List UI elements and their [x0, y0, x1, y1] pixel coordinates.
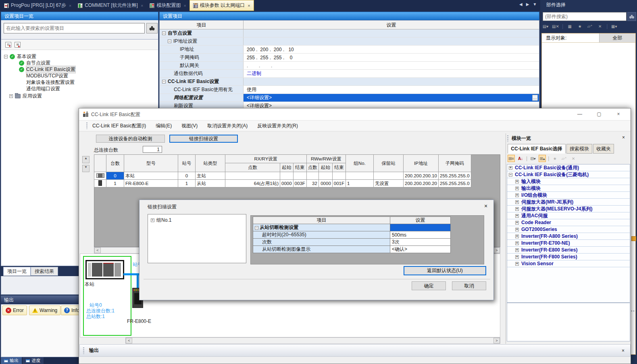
auto-detect-button[interactable]: 连接设备的自动检测 — [96, 135, 165, 143]
error-filter-button[interactable]: ✕ Error — [2, 306, 27, 315]
expand-icon[interactable]: + — [515, 180, 519, 183]
tree-item-cclink-ief-basic[interactable]: ✓ CC-Link IEF Basic设置 — [19, 66, 75, 73]
expand-icon[interactable]: + — [515, 241, 519, 245]
scroll-left-icon[interactable]: < — [126, 338, 132, 343]
tab-comment[interactable]: COMMENT [软元件注释] × — [75, 0, 146, 11]
expand-icon[interactable]: + — [515, 235, 519, 238]
close-icon[interactable]: × — [622, 348, 625, 354]
tree-item-group1[interactable]: + 组No.1 — [151, 217, 171, 223]
module-item-inverter-e700[interactable]: +Inverter(FR-E700-NE) — [507, 240, 630, 247]
network-config-value[interactable]: <详细设置> … — [244, 94, 539, 102]
collapse-icon[interactable]: − — [255, 226, 258, 230]
close-icon[interactable]: × — [141, 3, 143, 8]
settings-row-default-gateway[interactable]: 默认网关 . . . — [160, 62, 539, 70]
collapse-icon[interactable]: − — [162, 31, 166, 35]
module-item-io-combo[interactable]: +I/O组合模块 — [507, 192, 630, 199]
parts-search-input[interactable] — [543, 12, 627, 21]
expand-icon[interactable]: + — [515, 262, 519, 266]
link-scan-settings-button[interactable]: 链接扫描设置 — [169, 135, 238, 143]
add-favorite-icon[interactable]: ▱⁺ — [560, 155, 568, 162]
expand-icon[interactable]: + — [515, 207, 519, 211]
scroll-left-icon[interactable]: < — [94, 248, 101, 253]
setting-search-button[interactable] — [146, 23, 158, 33]
expand-icon[interactable]: + — [9, 94, 13, 98]
delete-icon[interactable]: ✕ — [570, 155, 577, 162]
menu-edit[interactable]: 编辑(E) — [156, 123, 172, 129]
cclink-use-value[interactable]: 使用 — [244, 86, 539, 94]
dialog-titlebar[interactable]: CC-Link IEF Basic配置 — ▢ × — [79, 108, 631, 121]
statusbar-tab-progress[interactable]: 进度 — [23, 357, 44, 364]
collapse-icon[interactable]: − — [168, 40, 171, 43]
menu-cancel-close[interactable]: 取消设置并关闭(A) — [207, 123, 248, 129]
tab-search-result[interactable]: 搜索结果 — [31, 267, 58, 276]
diagram-horizontal-scrollbar[interactable]: < > — [125, 337, 500, 344]
module-item-input[interactable]: +输入模块 — [507, 178, 630, 185]
favorite-star-icon[interactable]: ★ — [551, 155, 558, 162]
close-icon[interactable]: × — [183, 3, 186, 8]
table-row-slave-station[interactable]: 1 FR-E800-E 1 从站 64(占用1站) 0000 003F 32 0… — [94, 180, 471, 187]
module-item-generic[interactable]: +CC-Link IEF Basic设备(通用) — [507, 164, 630, 171]
settings-row-cclink-basic[interactable]: −CC-Link IEF Basic设置 — [160, 78, 539, 86]
parts-search-button[interactable] — [627, 12, 636, 21]
module-item-output[interactable]: +输出模块 — [507, 185, 630, 192]
module-item-mitsubishi[interactable]: −CC-Link IEF Basic设备(三菱电机) — [507, 171, 630, 178]
close-icon[interactable]: × — [484, 203, 487, 209]
selected-host-station-box[interactable]: 本站 站号0 总连接台数:1 总站数:1 — [83, 256, 131, 336]
comm-data-code-value[interactable]: 二进制 — [244, 70, 539, 77]
expand-icon[interactable]: + — [515, 228, 519, 231]
expand-icon[interactable]: + — [509, 166, 512, 170]
module-icon[interactable]: ▦ — [566, 23, 573, 30]
expand-icon[interactable]: + — [515, 193, 519, 197]
tab-favorites[interactable]: 收藏夹 — [593, 144, 614, 154]
maximize-icon[interactable]: ▢ — [591, 109, 607, 119]
tab-progpou[interactable]: ProgPou [PRG] [LD] 67步 × — [1, 0, 75, 11]
scroll-right-icon[interactable]: > — [493, 248, 500, 253]
move-row-up-button[interactable]: ▲ — [82, 156, 90, 163]
close-icon[interactable]: × — [610, 109, 627, 119]
scan-settings-table[interactable]: 项目 设置 − 从站切断检测设置 超时时间(20~65535) 500ms 次数… — [253, 216, 451, 253]
expand-icon[interactable]: + — [515, 214, 519, 218]
tab-cclink-select[interactable]: CC-Link IEF Basic选择 — [508, 144, 566, 154]
settings-row-comm-data-code[interactable]: 通信数据代码 二进制 — [160, 70, 539, 78]
ip-address-value[interactable]: 200 . 200 . 200 . 10 — [244, 46, 539, 53]
menu-apply-close[interactable]: 反映设置并关闭(R) — [257, 123, 298, 129]
tab-list-dropdown-icon[interactable]: ▼ — [533, 2, 537, 6]
settings-row-network-config[interactable]: 网络配置设置 <详细设置> … — [160, 94, 539, 102]
settings-row-subnet-mask[interactable]: 子网掩码 255 . 255 . 255 . 0 — [160, 54, 539, 62]
close-icon[interactable]: × — [622, 135, 625, 140]
close-icon[interactable]: × — [69, 3, 71, 8]
delete-pou-icon[interactable]: ▤✕ — [552, 23, 559, 30]
cancel-button[interactable]: 取消 — [452, 281, 486, 290]
add-pou-icon[interactable]: ▤▾ — [542, 23, 549, 30]
module-item-general-ac-servo[interactable]: +通用AC伺服 — [507, 212, 630, 219]
expand-all-icon[interactable]: ⊞▴ — [539, 155, 546, 162]
tab-search-module[interactable]: 搜索模块 — [566, 144, 592, 154]
move-row-down-button[interactable]: ▼ — [82, 165, 90, 172]
display-target-icon[interactable]: ▦▾ — [610, 23, 618, 30]
default-gateway-value[interactable]: . . . — [244, 62, 539, 69]
expand-all-icon[interactable]: ⊞▲ — [15, 42, 21, 48]
settings-row-ip-settings[interactable]: −IP地址设置 — [160, 37, 539, 46]
row-retry-count[interactable]: 次数 3次 — [253, 239, 451, 246]
scroll-right-icon[interactable]: > — [493, 338, 500, 343]
tree-item-comm-port[interactable]: 通信用端口设置 — [26, 85, 60, 92]
favorite-star-icon[interactable]: ★ — [576, 23, 583, 30]
expand-icon[interactable]: + — [515, 187, 519, 190]
expand-icon[interactable]: + — [151, 218, 154, 222]
timeout-value[interactable]: 500ms — [390, 231, 451, 239]
tree-item-target-device[interactable]: 对象设备连接配置设置 — [26, 79, 75, 85]
module-item-got2000[interactable]: +GOT2000Series — [507, 226, 630, 233]
row-image-display[interactable]: 从站切断检测图像显示 <确认> — [253, 246, 451, 253]
statusbar-tab-output[interactable]: 输出 — [1, 357, 22, 364]
expand-icon[interactable]: + — [515, 255, 519, 259]
retry-count-value[interactable]: 3次 — [390, 239, 451, 246]
collapse-all-icon[interactable]: ⊟▼ — [5, 42, 11, 48]
collapse-icon[interactable]: − — [4, 55, 8, 58]
minimize-icon[interactable]: — — [572, 109, 588, 119]
row-disconnect-detect[interactable]: − 从站切断检测设置 — [253, 224, 451, 231]
settings-row-own-node[interactable]: −自节点设置 — [160, 29, 539, 37]
warning-filter-button[interactable]: Warning — [29, 306, 60, 315]
tree-item-application-settings[interactable]: + 应用设置 — [9, 93, 42, 99]
display-target-select[interactable]: 全部 — [599, 33, 635, 42]
tree-view-icon[interactable]: ⊞≡ — [508, 155, 515, 162]
